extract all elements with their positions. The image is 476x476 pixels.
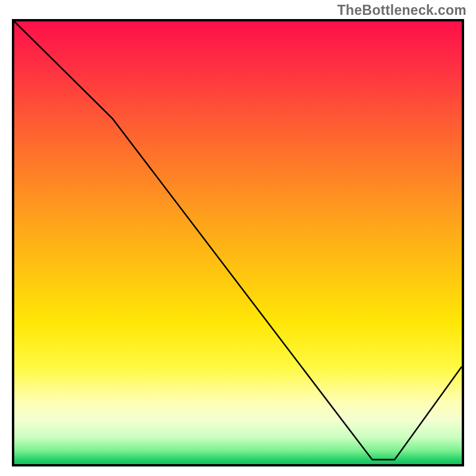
chart-stage: TheBottleneck.com — [0, 0, 476, 476]
plot-frame — [12, 19, 464, 466]
bottleneck-curve — [14, 21, 462, 464]
attribution-label: TheBottleneck.com — [337, 2, 466, 18]
curve-path — [14, 21, 462, 460]
